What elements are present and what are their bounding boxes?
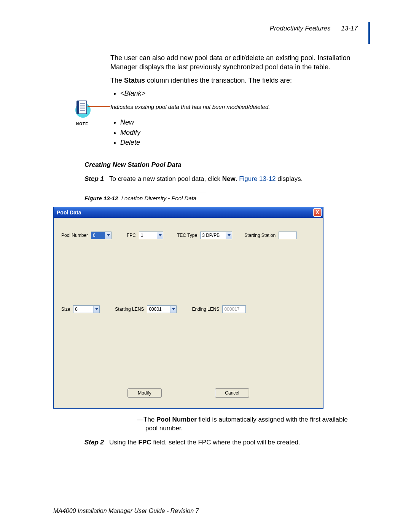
dialog-body: Pool Number 6 FPC 1 TEC Type	[54, 218, 323, 408]
modify-button[interactable]: Modify	[127, 388, 162, 398]
status-bullets-top: <Blank>	[120, 89, 354, 98]
cancel-button[interactable]: Cancel	[215, 388, 249, 398]
step-2-label: Step 2	[84, 438, 104, 447]
pool-number-value: 6	[91, 232, 105, 239]
bullet-blank: <Blank>	[120, 89, 354, 98]
pool-number-note: —The Pool Number field is automatically …	[145, 415, 354, 433]
chevron-down-icon[interactable]	[170, 306, 176, 313]
size-value: 8	[73, 306, 93, 313]
figure-caption: Figure 13-12 Location Diversity - Pool D…	[84, 195, 354, 202]
figure-rule	[84, 192, 206, 192]
bullet-delete: Delete	[120, 138, 354, 147]
page-header: Productivity Features 13-17	[270, 25, 358, 32]
figure-link[interactable]: Figure 13-12	[239, 175, 276, 182]
figure-title: Location Diversity - Pool Data	[121, 195, 197, 201]
tec-type-value: 3 DP/PB	[201, 232, 226, 239]
close-icon: X	[315, 209, 319, 215]
step-1: Step 1 To create a new station pool data…	[84, 175, 354, 184]
status-bullets-rest: New Modify Delete	[120, 118, 354, 147]
pool-data-dialog: Pool Data X Pool Number 6 FPC	[53, 207, 323, 409]
chevron-down-icon[interactable]	[226, 232, 232, 239]
note-text: Indicates existing pool data that has no…	[110, 103, 354, 111]
size-label: Size	[61, 306, 70, 312]
chevron-down-icon[interactable]	[93, 306, 99, 313]
tec-type-label: TEC Type	[177, 232, 197, 238]
header-page-number: 13-17	[341, 25, 358, 32]
fpc-value: 1	[139, 232, 157, 239]
header-section: Productivity Features	[270, 25, 331, 32]
bullet-new: New	[120, 118, 354, 127]
starting-lens-combo[interactable]: 00001	[147, 305, 177, 313]
step-1-label: Step 1	[84, 175, 104, 184]
step-1-body: To create a new station pool data, click…	[109, 175, 354, 184]
starting-lens-label: Starting LENS	[115, 306, 144, 312]
starting-station-label: Starting Station	[244, 232, 276, 238]
pool-number-combo[interactable]: 6	[91, 232, 112, 239]
step-2: Step 2 Using the FPC field, select the F…	[84, 438, 354, 447]
close-button[interactable]: X	[313, 208, 322, 217]
note-rule	[88, 106, 110, 107]
ending-lens-value: 000017	[224, 307, 239, 312]
size-combo[interactable]: 8	[73, 305, 100, 313]
ending-lens-input: 000017	[222, 305, 246, 313]
svg-rect-2	[77, 101, 79, 114]
pool-number-label: Pool Number	[61, 232, 88, 238]
chevron-down-icon[interactable]	[157, 232, 163, 239]
starting-lens-value: 00001	[147, 306, 170, 313]
dialog-titlebar: Pool Data X	[54, 207, 323, 218]
page-footer: MA4000 Installation Manager User Guide -…	[53, 508, 199, 514]
fpc-label: FPC	[127, 232, 136, 238]
fpc-combo[interactable]: 1	[139, 232, 163, 239]
header-accent-rule	[368, 22, 370, 44]
intro-paragraph-2: The Status column identifies the transac…	[110, 76, 354, 85]
notepad-icon	[73, 99, 91, 118]
dialog-title: Pool Data	[57, 209, 81, 216]
starting-station-input[interactable]	[279, 232, 297, 239]
tec-type-combo[interactable]: 3 DP/PB	[200, 232, 232, 239]
step-2-body: Using the FPC field, select the FPC wher…	[109, 438, 354, 447]
note-block: NOTE Indicates existing pool data that h…	[110, 103, 354, 111]
bullet-modify: Modify	[120, 128, 354, 137]
ending-lens-label: Ending LENS	[192, 306, 219, 312]
note-label: NOTE	[63, 121, 101, 127]
figure-number: Figure 13-12	[84, 195, 118, 201]
intro-paragraph-1: The user can also add new pool data or e…	[110, 53, 354, 72]
section-heading: Creating New Station Pool Data	[84, 161, 354, 169]
note-icon: NOTE	[63, 99, 101, 127]
chevron-down-icon[interactable]	[105, 232, 111, 239]
